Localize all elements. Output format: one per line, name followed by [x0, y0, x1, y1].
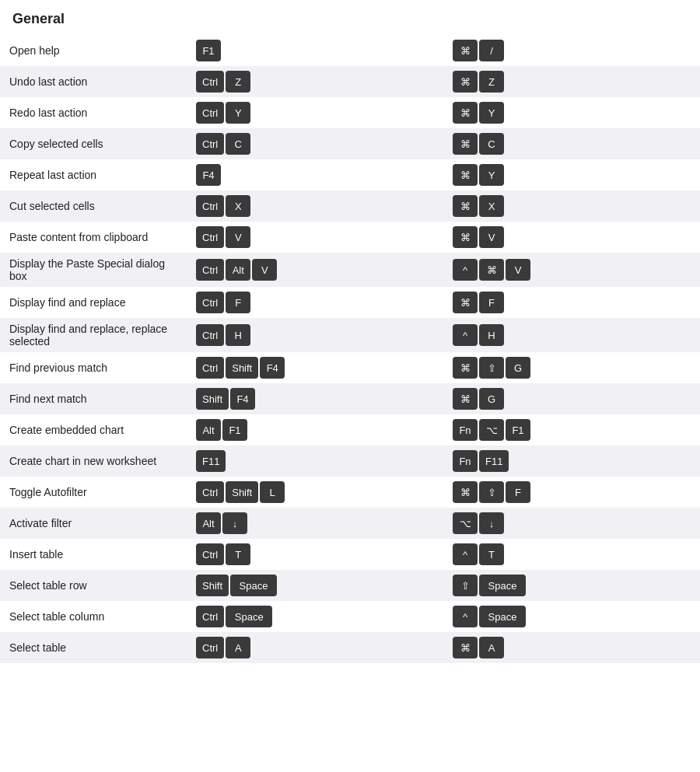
key-badge: ⌘ [453, 71, 478, 93]
mac-keys: ⌘A [443, 632, 700, 663]
mac-keys: ⌘⇧G [443, 352, 700, 383]
mac-keys: Fn⌥F1 [443, 414, 700, 445]
key-badge: T [226, 543, 250, 565]
mac-keys: ^Space [443, 601, 700, 632]
key-badge: L [260, 481, 285, 503]
key-badge: Ctrl [196, 292, 224, 313]
mac-keys: ⌘⇧F [443, 477, 700, 508]
table-row: Display the Paste Special dialog boxCtrl… [0, 253, 700, 287]
key-badge: C [226, 133, 250, 155]
key-badge: ^ [453, 606, 478, 627]
table-row: Create embedded chartAltF1Fn⌥F1 [0, 414, 700, 445]
mac-keys: ⌘G [443, 383, 700, 414]
action-label: Paste content from clipboard [0, 222, 187, 253]
key-badge: F11 [196, 450, 226, 472]
action-label: Repeat last action [0, 159, 187, 190]
key-badge: G [506, 357, 530, 379]
win-keys: CtrlShiftF4 [187, 352, 443, 383]
table-row: Repeat last actionF4⌘Y [0, 159, 700, 190]
mac-keys: ⌘F [443, 287, 700, 318]
key-badge: Z [226, 71, 250, 93]
key-badge: ^ [453, 543, 478, 565]
key-badge: V [506, 259, 530, 281]
table-row: Display find and replace, replace select… [0, 318, 700, 352]
key-badge: C [479, 133, 504, 155]
key-badge: Ctrl [196, 226, 224, 248]
key-badge: ⌘ [453, 226, 478, 248]
key-badge: Ctrl [196, 324, 224, 346]
win-keys: CtrlX [187, 190, 443, 222]
key-badge: F1 [506, 419, 530, 441]
key-badge: F11 [479, 450, 509, 472]
key-badge: V [226, 226, 250, 248]
key-badge: Ctrl [196, 357, 224, 379]
key-badge: F4 [196, 164, 221, 186]
key-badge: Alt [196, 419, 221, 441]
key-badge: ^ [453, 259, 478, 281]
table-row: Toggle AutofilterCtrlShiftL⌘⇧F [0, 477, 700, 508]
key-badge: F1 [222, 419, 247, 441]
table-row: Paste content from clipboardCtrlV⌘V [0, 222, 700, 253]
key-badge: Y [226, 102, 250, 124]
key-badge: A [479, 637, 504, 658]
action-label: Copy selected cells [0, 128, 187, 159]
table-row: Select table columnCtrlSpace^Space [0, 601, 700, 632]
key-badge: ⌘ [453, 102, 478, 124]
win-keys: AltF1 [187, 414, 443, 445]
action-label: Display find and replace [0, 287, 187, 318]
table-row: Find previous matchCtrlShiftF4⌘⇧G [0, 352, 700, 383]
key-badge: F1 [196, 40, 221, 61]
action-label: Select table [0, 632, 187, 663]
key-badge: Y [479, 164, 504, 186]
key-badge: T [479, 543, 504, 565]
action-label: Toggle Autofilter [0, 477, 187, 508]
key-badge: Ctrl [196, 543, 224, 565]
action-label: Open help [0, 35, 187, 66]
key-badge: V [252, 259, 277, 281]
action-label: Redo last action [0, 97, 187, 128]
key-badge: ⌘ [453, 637, 478, 658]
table-row: Insert tableCtrlT^T [0, 539, 700, 570]
page: General Open helpF1⌘/Undo last actionCtr… [0, 0, 700, 772]
key-badge: ⌘ [453, 292, 478, 313]
win-keys: CtrlC [187, 128, 443, 159]
action-label: Undo last action [0, 66, 187, 97]
section-title: General [0, 0, 700, 35]
action-label: Cut selected cells [0, 190, 187, 222]
key-badge: F [506, 481, 530, 503]
table-row: Find next matchShiftF4⌘G [0, 383, 700, 414]
win-keys: CtrlA [187, 632, 443, 663]
win-keys: CtrlF [187, 287, 443, 318]
table-row: Open helpF1⌘/ [0, 35, 700, 66]
action-label: Find previous match [0, 352, 187, 383]
key-badge: Z [479, 71, 504, 93]
key-badge: V [479, 226, 504, 248]
win-keys: F11 [187, 445, 443, 477]
mac-keys: ^H [443, 318, 700, 352]
action-label: Select table row [0, 570, 187, 601]
table-row: Cut selected cellsCtrlX⌘X [0, 190, 700, 222]
win-keys: CtrlAltV [187, 253, 443, 287]
key-badge: ⌘ [479, 259, 504, 281]
win-keys: F4 [187, 159, 443, 190]
action-label: Display the Paste Special dialog box [0, 253, 187, 287]
key-badge: X [226, 195, 250, 217]
win-keys: CtrlShiftL [187, 477, 443, 508]
key-badge: ⌥ [453, 512, 478, 534]
win-keys: CtrlSpace [187, 601, 443, 632]
key-badge: Ctrl [196, 259, 224, 281]
key-badge: Space [479, 575, 526, 596]
key-badge: F [226, 292, 250, 313]
key-badge: G [479, 388, 504, 410]
action-label: Display find and replace, replace select… [0, 318, 187, 352]
action-label: Find next match [0, 383, 187, 414]
table-row: Copy selected cellsCtrlC⌘C [0, 128, 700, 159]
key-badge: Fn [453, 419, 478, 441]
mac-keys: ⌘/ [443, 35, 700, 66]
key-badge: Ctrl [196, 195, 224, 217]
win-keys: CtrlV [187, 222, 443, 253]
key-badge: Ctrl [196, 71, 224, 93]
key-badge: ⇧ [479, 357, 504, 379]
mac-keys: FnF11 [443, 445, 700, 477]
key-badge: A [226, 637, 250, 658]
